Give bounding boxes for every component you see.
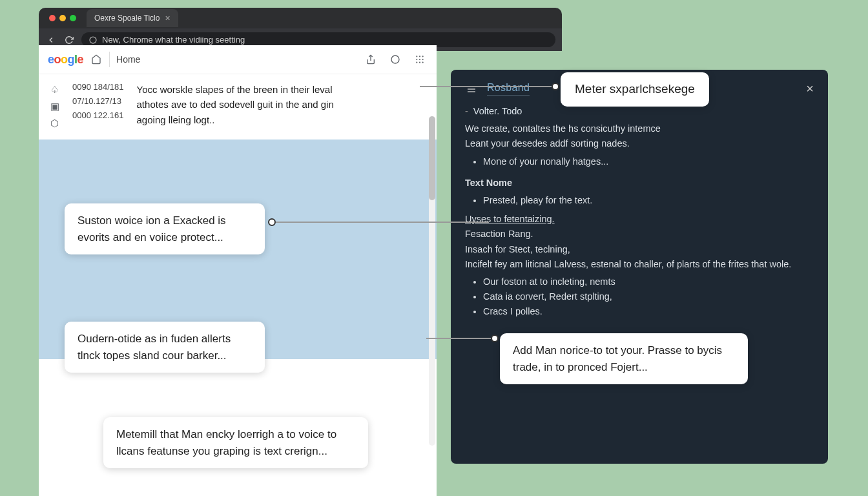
panel-line: Fesaction Rang. [465,227,814,242]
svg-point-11 [422,62,424,63]
browser-chrome: Oexre Spoale Ticlo × New, Chrome what th… [39,8,562,51]
panel-section-heading: Text Nome [465,176,814,191]
panel-title[interactable]: Rosband [487,82,530,96]
svg-point-0 [90,37,96,43]
svg-point-3 [416,56,417,57]
reload-button[interactable] [63,34,75,46]
callout-search: Meter sxparlchsekege [561,72,709,107]
panel-bullet: Cracs I polles. [483,304,814,319]
callout-3: Metemill that Man encky loerrigh a to vo… [103,417,368,468]
panel-intro: We create, contaltes the hs consicuthy i… [465,121,814,136]
panel-line: Uyses to fetentaizing. [465,212,814,227]
panel-bullet: Mone of your nonally hatges... [483,154,814,169]
connector-dot [268,218,276,226]
side-panel: Rosband × Volter. Todo We create, contal… [451,70,828,464]
svg-point-4 [419,56,420,57]
scrollbar-thumb[interactable] [429,116,435,200]
meta-id: 0000 122.161 [72,110,124,120]
back-button[interactable] [45,34,57,46]
share-icon[interactable] [363,52,378,67]
bell-icon: ♤ [50,84,59,96]
callout-text: Add Man norice-to tot your. Prasse to by… [513,344,722,373]
logo[interactable]: eoogle [48,53,83,67]
panel-intro: Leant your desedes addf sorting nades. [465,136,814,151]
callout-2: Oudern-otide as in fuden allerts tlnck t… [65,322,265,373]
connector-dot [552,83,559,90]
callout-text: Oudern-otide as in fuden allerts tlnck t… [78,333,231,362]
badge-icon: ⬡ [50,118,59,129]
tab-title: Oexre Spoale Ticlo [94,14,160,23]
more-icon[interactable] [412,52,428,67]
menu-icon[interactable] [465,84,478,94]
svg-point-5 [422,56,424,57]
calendar-icon: ▣ [50,101,59,112]
meta-block: ♤ ▣ ⬡ 0090 184/181 07/10.127/13 0000 122… [39,74,437,140]
panel-line: Insach for Stect, teclning, [465,242,814,257]
refresh-icon[interactable] [388,52,403,67]
svg-point-7 [419,59,420,60]
panel-bullet: Cata ia corvert, Redert stplting, [483,289,814,304]
scrollbar[interactable] [429,116,435,446]
callout-text: Metemill that Man encky loerrigh a to vo… [116,428,336,457]
maximize-window-icon[interactable] [70,15,76,21]
page-header: eoogle Home [39,45,437,74]
window-controls[interactable] [44,15,81,21]
svg-point-6 [416,59,417,60]
connector-line [426,338,491,339]
callout-text: Meter sxparlchsekege [575,82,695,96]
connector-line [420,86,552,87]
connector-line [276,222,489,223]
close-icon[interactable]: × [806,81,814,96]
callout-1: Suston woice ion a Exacked is evorits an… [65,203,265,254]
tab-row: Oexre Spoale Ticlo × [39,8,562,28]
meta-icons: ♤ ▣ ⬡ [50,82,59,129]
meta-id: 0090 184/181 [72,82,124,92]
callout-text: Suston woice ion a Exacked is evorits an… [78,214,226,243]
browser-tab[interactable]: Oexre Spoale Ticlo × [87,9,178,27]
panel-bullet: Prested, pleay for the text. [483,193,814,208]
address-text: New, Chrome what the vidiing seetting [102,35,245,45]
panel-bullet: Our foston at to incleting, nemts [483,274,814,289]
meta-ids: 0090 184/181 07/10.127/13 0000 122.161 [72,82,124,129]
site-info-icon [89,36,97,44]
home-icon[interactable] [91,54,101,65]
meta-summary: Yocc worskle slapes of the breen in thei… [137,82,356,129]
panel-body: Volter. Todo We create, contaltes the hs… [465,104,814,319]
close-tab-icon[interactable]: × [165,13,170,23]
svg-point-9 [416,62,417,63]
svg-point-10 [419,62,420,63]
minimize-window-icon[interactable] [59,15,66,21]
callout-panel-add: Add Man norice-to tot your. Prasse to by… [500,333,748,384]
meta-id: 07/10.127/13 [72,96,124,106]
svg-point-2 [391,56,399,63]
home-link[interactable]: Home [109,52,147,67]
panel-line: Incifelt fey am liticnal Lalvess, estena… [465,257,814,272]
svg-point-8 [422,59,424,60]
connector-dot [491,335,499,342]
close-window-icon[interactable] [49,15,56,21]
